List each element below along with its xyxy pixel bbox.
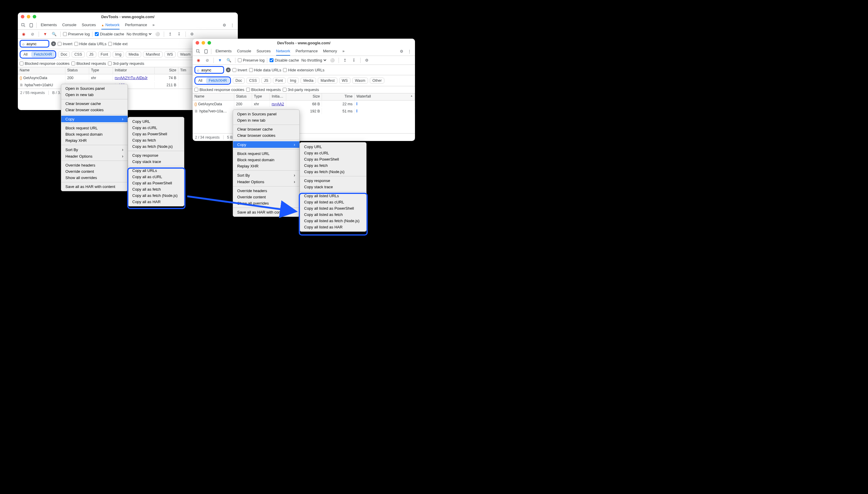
col-status[interactable]: Status (65, 67, 89, 74)
col-name[interactable]: Name (193, 93, 234, 100)
ctx-copy-stack[interactable]: Copy stack trace (128, 158, 184, 165)
device-icon[interactable] (27, 21, 35, 29)
pill-all[interactable]: All (21, 52, 30, 57)
download-icon[interactable]: ↧ (350, 57, 358, 64)
blocked-cookies-checkbox[interactable]: Blocked response cookies (20, 61, 70, 66)
ctx-copy-all-fetch[interactable]: Copy all as fetch (128, 186, 184, 192)
pill-js[interactable]: JS (86, 52, 96, 57)
pill-fetch-xhr[interactable]: Fetch/XHR (31, 52, 55, 57)
ctx-override-headers[interactable]: Override headers (61, 162, 127, 168)
col-size[interactable]: Size (286, 93, 322, 100)
pill-all[interactable]: All (196, 78, 205, 83)
tab-sources[interactable]: Sources (257, 47, 271, 56)
table-row[interactable]: {}GetAsyncData 200 xhr rs=AA2 68 B 22 ms (193, 100, 415, 108)
ctx-copy-response[interactable]: Copy response (128, 152, 184, 158)
ctx-open-sources[interactable]: Open in Sources panel (233, 111, 299, 117)
col-size[interactable]: Size (155, 67, 178, 74)
clear-icon[interactable]: ⊘ (28, 30, 36, 38)
third-party-checkbox[interactable]: 3rd-party requests (283, 88, 319, 92)
ctx-copy-url[interactable]: Copy URL (300, 144, 366, 150)
pill-media[interactable]: Media (300, 78, 316, 83)
ctx-replay[interactable]: Replay XHR (61, 137, 127, 144)
ctx-copy-ps[interactable]: Copy as PowerShell (300, 156, 366, 163)
record-icon[interactable]: ◉ (194, 57, 202, 64)
ctx-sort[interactable]: Sort By (61, 146, 127, 153)
ctx-open-tab[interactable]: Open in new tab (233, 117, 299, 124)
gear-icon[interactable]: ⚙ (398, 48, 406, 55)
ctx-clear-cookies[interactable]: Clear browser cookies (233, 132, 299, 138)
ctx-copy-all-ps[interactable]: Copy all listed as PowerShell (300, 205, 366, 211)
minimize-icon[interactable] (27, 15, 30, 18)
blocked-requests-checkbox[interactable]: Blocked requests (246, 88, 281, 92)
tab-elements[interactable]: Elements (41, 21, 57, 30)
wifi-icon[interactable]: ⚪ (154, 30, 161, 38)
tab-elements[interactable]: Elements (216, 47, 232, 56)
pill-wasm[interactable]: Wasm (352, 78, 368, 83)
col-status[interactable]: Status (234, 93, 252, 100)
device-icon[interactable] (202, 48, 210, 55)
ctx-copy-url[interactable]: Copy URL (128, 118, 184, 125)
ctx-copy-all-ps[interactable]: Copy all as PowerShell (128, 180, 184, 186)
ctx-copy-ps[interactable]: Copy as PowerShell (128, 131, 184, 137)
table-row[interactable]: 🗎hpba?vet=10a… 192 B 51 ms (193, 108, 415, 115)
third-party-checkbox[interactable]: 3rd-party requests (108, 61, 144, 66)
pill-font[interactable]: Font (273, 78, 286, 83)
disable-cache-checkbox[interactable]: Disable cache (95, 32, 124, 36)
pill-doc[interactable]: Doc (233, 78, 245, 83)
ctx-clear-cache[interactable]: Clear browser cache (61, 100, 127, 107)
ctx-copy-fetch-node[interactable]: Copy as fetch (Node.js) (128, 144, 184, 150)
ctx-header-opts[interactable]: Header Options (61, 153, 127, 159)
ctx-open-tab[interactable]: Open in new tab (61, 92, 127, 98)
minimize-icon[interactable] (201, 41, 205, 44)
close-icon[interactable] (21, 15, 24, 18)
blocked-requests-checkbox[interactable]: Blocked requests (71, 61, 106, 66)
ctx-copy-curl[interactable]: Copy as cURL (128, 125, 184, 131)
inspect-icon[interactable] (20, 21, 27, 29)
ctx-header-opts[interactable]: Header Options (233, 178, 299, 185)
ctx-sort[interactable]: Sort By (233, 172, 299, 178)
ctx-save-har[interactable]: Save all as HAR with content (61, 184, 127, 190)
hide-ext-urls-checkbox[interactable]: Hide extension URLs (283, 68, 324, 72)
tab-performance[interactable]: Performance (125, 21, 147, 30)
download-icon[interactable]: ↧ (175, 30, 183, 38)
disable-cache-checkbox[interactable]: Disable cache (270, 58, 299, 62)
ctx-copy-all-urls[interactable]: Copy all listed URLs (300, 193, 366, 199)
upload-icon[interactable]: ↥ (341, 57, 349, 64)
pill-ws[interactable]: WS (164, 52, 176, 57)
preserve-log-checkbox[interactable]: Preserve log (63, 32, 90, 36)
invert-checkbox[interactable]: Invert (233, 68, 247, 72)
gear-icon[interactable]: ⚙ (363, 57, 371, 64)
pill-other[interactable]: Other (370, 78, 384, 83)
record-icon[interactable]: ◉ (20, 30, 27, 38)
pill-ws[interactable]: WS (339, 78, 351, 83)
ctx-copy[interactable]: Copy (61, 116, 127, 122)
ctx-copy-all-fetch-node[interactable]: Copy all as fetch (Node.js) (128, 192, 184, 199)
tab-performance[interactable]: Performance (295, 47, 317, 56)
filter-icon[interactable]: ▼ (41, 30, 49, 38)
ctx-copy-all-urls[interactable]: Copy all URLs (128, 168, 184, 174)
throttling-select[interactable]: No throttling (300, 58, 327, 63)
col-type[interactable]: Type (252, 93, 270, 100)
invert-checkbox[interactable]: Invert (58, 42, 73, 46)
ctx-copy[interactable]: Copy (233, 141, 299, 148)
ctx-override-content[interactable]: Override content (233, 194, 299, 200)
upload-icon[interactable]: ↥ (166, 30, 174, 38)
col-waterfall[interactable]: Waterfall▲ (355, 93, 415, 100)
zoom-icon[interactable] (208, 41, 211, 44)
ctx-copy-all-curl[interactable]: Copy all listed as cURL (300, 199, 366, 205)
kebab-icon[interactable]: ⋮ (406, 48, 413, 55)
col-initiator[interactable]: Initiator (113, 67, 155, 74)
ctx-copy-response[interactable]: Copy response (300, 177, 366, 184)
throttling-select[interactable]: No throttling (125, 32, 153, 37)
tab-sources[interactable]: Sources (82, 21, 96, 30)
ctx-block-domain[interactable]: Block request domain (61, 131, 127, 137)
pill-font[interactable]: Font (98, 52, 111, 57)
search-icon[interactable]: 🔍 (50, 30, 58, 38)
gear-icon[interactable]: ⚙ (188, 30, 196, 38)
tab-console[interactable]: Console (237, 47, 251, 56)
close-icon[interactable] (196, 41, 199, 44)
ctx-copy-all-fetch[interactable]: Copy all listed as fetch (300, 211, 366, 218)
preserve-log-checkbox[interactable]: Preserve log (238, 58, 264, 62)
hide-ext-urls-checkbox[interactable]: Hide ext (108, 42, 127, 46)
ctx-show-overrides[interactable]: Show all overrides (61, 175, 127, 181)
